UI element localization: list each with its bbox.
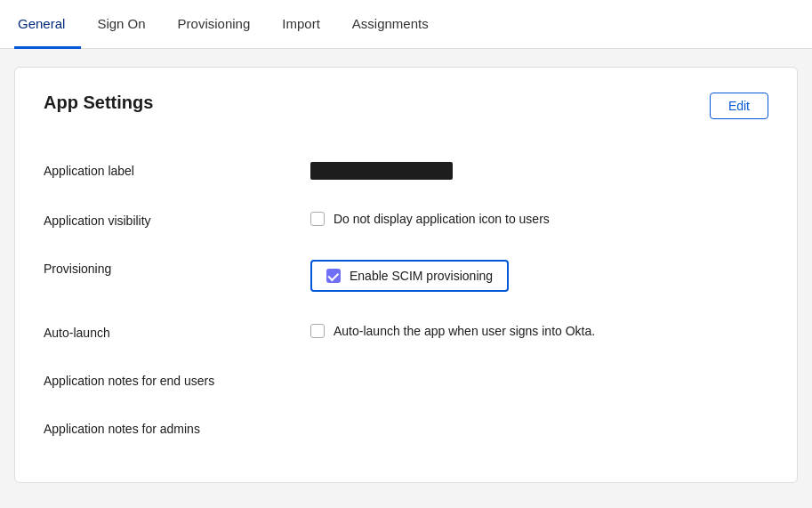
tab-provisioning[interactable]: Provisioning — [162, 0, 267, 49]
provisioning-checkbox[interactable] — [326, 269, 341, 283]
value-application-visibility: Do not display application icon to users — [310, 212, 768, 226]
label-notes-end-users: Application notes for end users — [44, 372, 310, 388]
label-provisioning: Provisioning — [44, 260, 310, 276]
main-content: App Settings Edit Application label Appl… — [0, 49, 812, 501]
label-notes-admins: Application notes for admins — [44, 420, 310, 436]
label-auto-launch: Auto-launch — [44, 324, 310, 340]
row-notes-admins: Application notes for admins — [44, 406, 768, 450]
card-header: App Settings Edit — [44, 93, 768, 119]
visibility-checkbox[interactable] — [310, 212, 325, 226]
value-auto-launch: Auto-launch the app when user signs into… — [310, 324, 768, 338]
tab-bar: General Sign On Provisioning Import Assi… — [0, 0, 812, 49]
row-application-label: Application label — [44, 148, 768, 194]
row-provisioning: Provisioning Enable SCIM provisioning — [44, 246, 768, 306]
auto-launch-checkbox[interactable] — [310, 324, 325, 338]
provisioning-box: Enable SCIM provisioning — [310, 260, 509, 292]
row-application-visibility: Application visibility Do not display ap… — [44, 198, 768, 242]
card-title: App Settings — [44, 93, 153, 113]
label-application-visibility: Application visibility — [44, 212, 310, 228]
row-auto-launch: Auto-launch Auto-launch the app when use… — [44, 310, 768, 354]
tab-assignments[interactable]: Assignments — [336, 0, 445, 49]
value-application-label — [310, 162, 768, 180]
edit-button[interactable]: Edit — [710, 93, 768, 119]
visibility-checkbox-wrapper: Do not display application icon to users — [310, 212, 550, 226]
row-notes-end-users: Application notes for end users — [44, 358, 768, 402]
provisioning-checkbox-label: Enable SCIM provisioning — [350, 269, 493, 283]
auto-launch-checkbox-label: Auto-launch the app when user signs into… — [334, 324, 595, 338]
redacted-value — [310, 162, 453, 180]
tab-import[interactable]: Import — [266, 0, 336, 49]
auto-launch-checkbox-wrapper: Auto-launch the app when user signs into… — [310, 324, 595, 338]
tab-sign-on[interactable]: Sign On — [81, 0, 161, 49]
value-provisioning: Enable SCIM provisioning — [310, 260, 768, 292]
tab-general[interactable]: General — [14, 0, 81, 49]
app-settings-card: App Settings Edit Application label Appl… — [14, 67, 798, 483]
visibility-checkbox-label: Do not display application icon to users — [334, 212, 550, 226]
label-application-label: Application label — [44, 162, 310, 178]
